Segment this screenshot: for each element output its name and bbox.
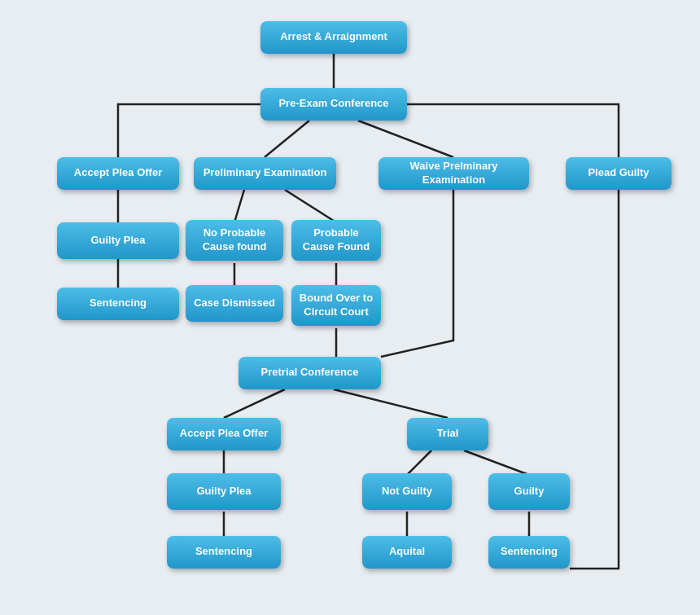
sentencing-2-node: Sentencing <box>167 536 281 569</box>
svg-line-11 <box>334 389 448 418</box>
accept-plea-2-node: Accept Plea Offer <box>167 418 281 450</box>
trial-node: Trial <box>407 418 488 450</box>
svg-line-2 <box>358 121 453 157</box>
prob-cause-node: Probable Cause Found <box>291 220 381 261</box>
svg-line-6 <box>285 190 336 222</box>
waive-prelim-node: Waive Prelminary Examination <box>378 157 529 190</box>
plead-guilty-node: Plead Guilty <box>566 157 672 190</box>
sentencing-1-node: Sentencing <box>57 288 179 320</box>
flowchart-diagram: Arrest & Arraignment Pre-Exam Conference… <box>8 7 692 609</box>
case-dismissed-node: Case Dismissed <box>186 285 283 322</box>
preexam-node: Pre-Exam Conference <box>260 88 407 121</box>
aquital-node: Aquital <box>362 536 452 569</box>
pretrial-node: Pretrial Conference <box>238 357 381 389</box>
guilty-plea-2-node: Guilty Plea <box>167 473 281 510</box>
guilty-plea-1-node: Guilty Plea <box>57 222 179 259</box>
prelim-exam-node: Preliminary Examination <box>194 157 336 190</box>
svg-line-1 <box>265 121 309 157</box>
accept-plea-1-node: Accept Plea Offer <box>57 157 179 190</box>
svg-line-5 <box>234 190 244 222</box>
sentencing-3-node: Sentencing <box>488 536 570 569</box>
arrest-node: Arrest & Arraignment <box>260 21 407 54</box>
guilty-2-node: Guilty <box>488 473 570 510</box>
svg-line-15 <box>464 450 529 475</box>
not-guilty-node: Not Guilty <box>362 473 452 510</box>
svg-line-14 <box>407 450 431 475</box>
no-prob-cause-node: No Probable Cause found <box>186 220 283 261</box>
svg-line-10 <box>224 389 285 418</box>
bound-over-node: Bound Over to Circuit Court <box>291 285 381 326</box>
